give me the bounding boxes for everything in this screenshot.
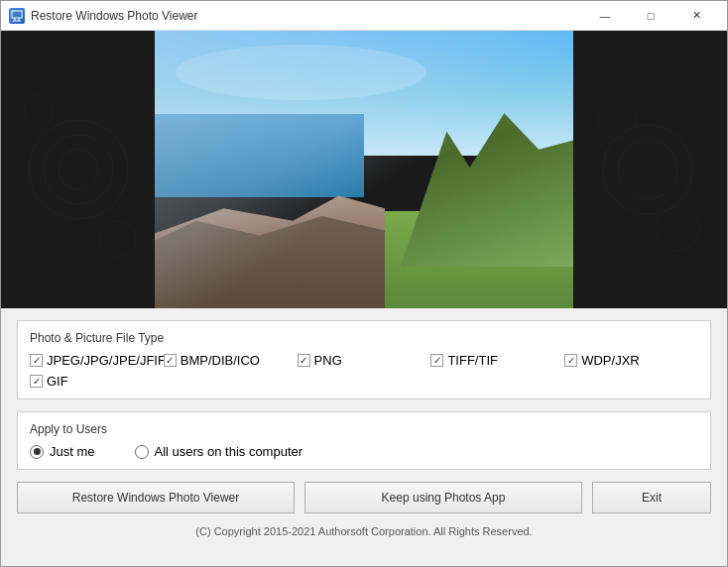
checkbox-jpeg[interactable] <box>30 354 43 367</box>
file-types-section: Photo & Picture File Type JPEG/JPG/JPE/J… <box>17 320 711 399</box>
file-type-wdp[interactable]: WDP/JXR <box>564 353 698 368</box>
apply-users-label: Apply to Users <box>30 422 698 436</box>
svg-point-7 <box>24 95 54 125</box>
svg-point-10 <box>618 140 677 199</box>
file-type-jpeg[interactable]: JPEG/JPG/JPE/JFIF <box>30 353 164 368</box>
title-bar: Restore Windows Photo Viewer — □ ✕ <box>1 1 727 31</box>
checkbox-png[interactable] <box>298 354 310 367</box>
label-jpeg: JPEG/JPG/JPE/JFIF <box>47 353 166 368</box>
minimize-button[interactable]: — <box>582 1 628 31</box>
apply-users-section: Apply to Users Just me All users on this… <box>17 411 711 470</box>
restore-button[interactable]: Restore Windows Photo Viewer <box>17 482 295 513</box>
radio-just-me[interactable]: Just me <box>30 444 95 459</box>
svg-point-8 <box>100 221 136 257</box>
label-all-users: All users on this computer <box>155 444 303 459</box>
label-just-me: Just me <box>50 444 95 459</box>
svg-point-12 <box>656 207 699 251</box>
svg-point-9 <box>603 125 692 214</box>
button-row: Restore Windows Photo Viewer Keep using … <box>17 482 711 513</box>
radio-group: Just me All users on this computer <box>30 444 698 459</box>
svg-point-11 <box>598 100 638 140</box>
checkbox-tiff[interactable] <box>430 354 443 367</box>
checkbox-wdp[interactable] <box>564 354 577 367</box>
radio-btn-just-me[interactable] <box>30 445 44 459</box>
content-area: Photo & Picture File Type JPEG/JPG/JPE/J… <box>1 308 727 566</box>
label-gif: GIF <box>47 374 68 389</box>
label-bmp: BMP/DIB/ICO <box>181 353 260 368</box>
file-type-gif[interactable]: GIF <box>30 374 698 389</box>
center-image <box>155 31 573 308</box>
svg-point-5 <box>44 135 113 204</box>
file-types-grid: JPEG/JPG/JPE/JFIF BMP/DIB/ICO PNG TIFF/T… <box>30 353 698 389</box>
svg-point-6 <box>59 150 98 189</box>
file-type-png[interactable]: PNG <box>298 353 431 368</box>
label-wdp: WDP/JXR <box>581 353 640 368</box>
file-type-tiff[interactable]: TIFF/TIF <box>430 353 564 368</box>
diagonal-split <box>155 31 573 308</box>
file-type-bmp[interactable]: BMP/DIB/ICO <box>164 353 298 368</box>
file-types-label: Photo & Picture File Type <box>30 331 698 345</box>
label-tiff: TIFF/TIF <box>447 353 498 368</box>
radio-all-users[interactable]: All users on this computer <box>135 444 303 459</box>
right-dark-panel <box>573 31 727 308</box>
svg-rect-0 <box>12 11 22 18</box>
checkbox-bmp[interactable] <box>164 354 177 367</box>
exit-button[interactable]: Exit <box>592 482 711 513</box>
label-png: PNG <box>314 353 342 368</box>
footer-copyright: (C) Copyright 2015-2021 Authorsoft Corpo… <box>17 525 711 537</box>
main-window: Restore Windows Photo Viewer — □ ✕ <box>0 0 728 567</box>
close-button[interactable]: ✕ <box>673 1 719 31</box>
window-controls: — □ ✕ <box>582 1 719 31</box>
radio-btn-all-users[interactable] <box>135 445 149 459</box>
keep-photos-button[interactable]: Keep using Photos App <box>304 482 582 513</box>
window-title: Restore Windows Photo Viewer <box>31 9 582 23</box>
maximize-button[interactable]: □ <box>628 1 673 31</box>
preview-image-area <box>1 31 727 308</box>
checkbox-gif[interactable] <box>30 375 43 388</box>
left-dark-panel <box>1 31 155 308</box>
app-icon <box>9 8 25 24</box>
